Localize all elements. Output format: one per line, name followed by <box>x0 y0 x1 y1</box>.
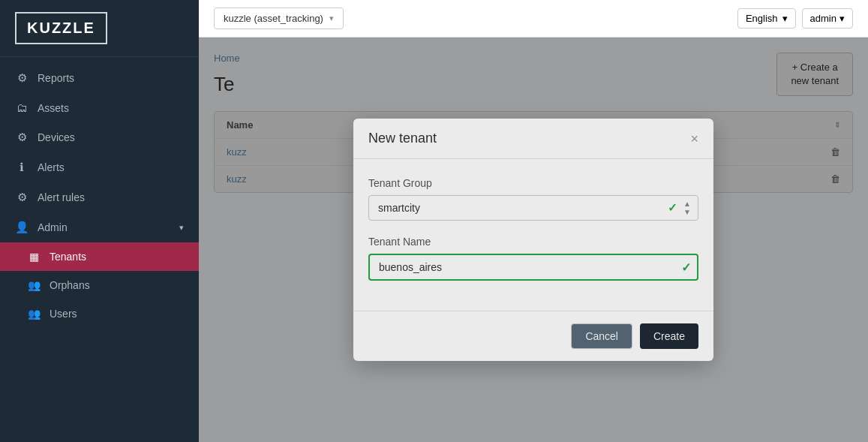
devices-icon: ⚙ <box>15 131 29 144</box>
admin-label: admin <box>810 13 836 24</box>
sidebar-item-label: Devices <box>38 131 184 143</box>
language-selector[interactable]: English ▾ <box>737 8 796 29</box>
main-area: kuzzle (asset_tracking) ▾ English ▾ admi… <box>199 0 868 442</box>
sidebar-item-label: Tenants <box>50 251 86 263</box>
cancel-button[interactable]: Cancel <box>571 323 632 349</box>
alert-rules-icon: ⚙ <box>15 191 29 204</box>
modal-header: New tenant × <box>353 119 713 159</box>
sidebar-item-label: Reports <box>38 72 184 84</box>
tenant-name-input[interactable] <box>368 254 698 281</box>
reports-icon: ⚙ <box>15 71 29 85</box>
tenant-group-wrapper: smartcity default ✓ ▲▼ <box>368 195 698 221</box>
tenants-icon: ▦ <box>27 251 41 263</box>
sidebar-item-label: Alerts <box>38 161 184 173</box>
tenant-name-field: Tenant Name ✓ <box>368 236 698 281</box>
orphans-icon: 👥 <box>27 279 41 291</box>
admin-menu[interactable]: admin ▾ <box>802 8 853 29</box>
new-tenant-modal: New tenant × Tenant Group smartcity defa… <box>353 119 713 361</box>
sidebar-item-assets[interactable]: 🗂 Assets <box>0 93 199 122</box>
sidebar-item-label: Users <box>50 308 77 320</box>
sidebar-item-alerts[interactable]: ℹ Alerts <box>0 152 199 182</box>
tenant-selector[interactable]: kuzzle (asset_tracking) ▾ <box>214 8 344 29</box>
alerts-icon: ℹ <box>15 161 29 174</box>
sidebar-item-label: Orphans <box>50 279 90 291</box>
modal-close-button[interactable]: × <box>690 132 698 146</box>
admin-chevron-icon: ▾ <box>839 13 845 24</box>
logo-box: KUZZLE <box>15 12 107 44</box>
modal-footer: Cancel Create <box>353 311 713 361</box>
logo: KUZZLE <box>0 0 199 57</box>
tenant-group-label: Tenant Group <box>368 177 698 189</box>
tenant-name-label: Tenant Name <box>368 236 698 248</box>
sidebar-item-label: Assets <box>38 102 184 114</box>
sidebar-item-reports[interactable]: ⚙ Reports <box>0 63 199 93</box>
language-value: English <box>746 13 778 24</box>
modal-body: Tenant Group smartcity default ✓ ▲▼ Tena… <box>353 159 713 311</box>
modal-title: New tenant <box>368 131 437 146</box>
logo-text: KUZZLE <box>27 20 95 36</box>
tenant-name-wrapper: ✓ <box>368 254 698 281</box>
tenant-group-select[interactable]: smartcity default <box>368 195 698 221</box>
sidebar-item-label: Admin <box>38 221 170 233</box>
users-icon: 👥 <box>27 308 41 320</box>
assets-icon: 🗂 <box>15 101 29 114</box>
chevron-down-icon: ▾ <box>329 14 334 23</box>
create-button[interactable]: Create <box>640 323 698 349</box>
tenant-value: kuzzle (asset_tracking) <box>224 13 323 24</box>
sidebar-item-devices[interactable]: ⚙ Devices <box>0 122 199 152</box>
sidebar-item-orphans[interactable]: 👥 Orphans <box>0 271 199 299</box>
sidebar-item-admin[interactable]: 👤 Admin ▾ <box>0 212 199 242</box>
lang-chevron-icon: ▾ <box>782 13 788 24</box>
topbar-right: English ▾ admin ▾ <box>737 8 853 29</box>
sidebar: KUZZLE ⚙ Reports 🗂 Assets ⚙ Devices ℹ Al… <box>0 0 199 442</box>
sidebar-item-alert-rules[interactable]: ⚙ Alert rules <box>0 182 199 212</box>
modal-overlay: New tenant × Tenant Group smartcity defa… <box>199 38 868 442</box>
admin-icon: 👤 <box>15 221 29 234</box>
content-area: Home Te + Create a new tenant Name ⇕ kuz… <box>199 38 868 442</box>
topbar: kuzzle (asset_tracking) ▾ English ▾ admi… <box>199 0 868 38</box>
sidebar-item-users[interactable]: 👥 Users <box>0 299 199 328</box>
sidebar-item-label: Alert rules <box>38 191 184 203</box>
tenant-group-field: Tenant Group smartcity default ✓ ▲▼ <box>368 177 698 221</box>
sidebar-item-tenants[interactable]: ▦ Tenants <box>0 242 199 271</box>
sidebar-nav: ⚙ Reports 🗂 Assets ⚙ Devices ℹ Alerts ⚙ … <box>0 57 199 442</box>
chevron-down-icon: ▾ <box>179 223 184 233</box>
